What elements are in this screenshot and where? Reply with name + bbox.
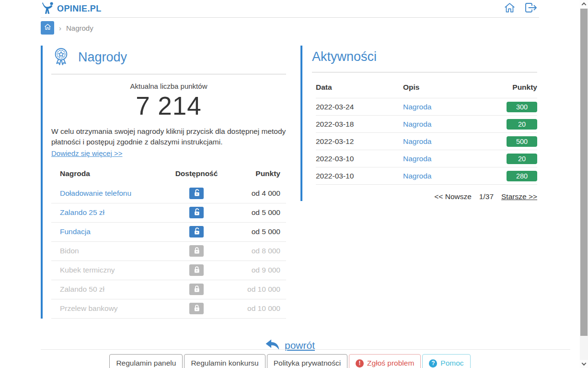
activity-link[interactable]: Nagroda	[403, 103, 484, 111]
reward-link[interactable]: Doładowanie telefonu	[60, 189, 163, 198]
activity-link[interactable]: Nagroda	[403, 154, 484, 163]
points-badge: 20	[507, 154, 537, 164]
table-row: Bidon od 8 000	[51, 242, 286, 261]
polityka-prywatnosci-button[interactable]: Polityka prywatności	[267, 354, 347, 368]
button-label: Regulamin konkursu	[191, 359, 258, 368]
rewards-panel-header: Nagrody	[51, 46, 286, 74]
back-arrow-icon[interactable]	[265, 339, 280, 353]
footer-buttons: Regulamin panelu Regulamin konkursu Poli…	[0, 354, 580, 368]
pagination-older[interactable]: Starsze >>	[501, 192, 537, 201]
points-badge: 500	[507, 136, 537, 147]
chevron-down-icon	[582, 361, 587, 366]
pomoc-button[interactable]: ? Pomoc	[422, 354, 470, 368]
unlock-icon	[192, 188, 201, 199]
breadcrumb: › Nagrody	[41, 21, 539, 35]
activity-link[interactable]: Nagroda	[403, 137, 484, 146]
table-row: Fundacja od 5 000	[51, 223, 286, 242]
unlock-button[interactable]	[189, 207, 204, 218]
exclamation-circle-icon: !	[356, 359, 364, 368]
reward-points: od 9 000	[230, 266, 280, 274]
question-circle-icon: ?	[429, 359, 437, 368]
table-row: Zalando 50 zł od 10 000	[51, 280, 286, 299]
reward-points: od 10 000	[230, 285, 280, 294]
rewards-panel: Nagrody Aktualna liczba punktów 7 214 W …	[41, 46, 286, 319]
table-row: 2022-03-24 Nagroda 300	[316, 98, 537, 116]
regulamin-panelu-button[interactable]: Regulamin panelu	[109, 354, 183, 368]
reward-points: od 5 000	[230, 208, 280, 217]
lock-icon	[192, 265, 201, 275]
button-label: Zgłoś problem	[367, 359, 414, 368]
logo-person-icon	[41, 1, 55, 16]
reward-name: Przelew bankowy	[60, 304, 163, 313]
logo: OPINIE.PL	[41, 1, 102, 16]
points-caption: Aktualna liczba punktów	[51, 82, 286, 90]
activities-table-header: Data Opis Punkty	[316, 83, 537, 98]
unlock-icon	[192, 226, 201, 237]
column-header-data: Data	[316, 83, 403, 92]
button-label: Regulamin panelu	[116, 359, 176, 368]
unlock-button[interactable]	[189, 188, 204, 199]
reward-name: Kubek termiczny	[60, 266, 163, 274]
table-row: 2022-03-18 Nagroda 20	[316, 116, 537, 133]
button-label: Polityka prywatności	[274, 359, 341, 368]
activity-link[interactable]: Nagroda	[403, 172, 484, 180]
top-bar: OPINIE.PL	[41, 0, 539, 18]
home-icon[interactable]	[503, 1, 516, 16]
button-label: Pomoc	[440, 359, 463, 368]
back: powrót	[41, 339, 539, 353]
pagination: << Nowsze 1/37 Starsze >>	[312, 192, 537, 201]
scrollbar-down-button[interactable]	[580, 360, 588, 368]
column-header-punkty: Punkty	[230, 169, 280, 178]
activities-table: Data Opis Punkty 2022-03-24 Nagroda 300 …	[312, 83, 537, 185]
breadcrumb-home-button[interactable]	[41, 21, 54, 35]
reward-points: od 10 000	[230, 304, 280, 313]
points-badge: 20	[507, 119, 537, 130]
lock-button	[189, 284, 204, 295]
activity-date: 2022-03-18	[316, 120, 403, 129]
regulamin-konkursu-button[interactable]: Regulamin konkursu	[184, 354, 265, 368]
activities-panel-header: Aktywności	[312, 46, 537, 72]
logout-icon[interactable]	[524, 1, 538, 16]
lock-button	[189, 245, 204, 257]
pagination-newer[interactable]: << Nowsze	[434, 192, 472, 201]
learn-more-link[interactable]: Dowiedz się więcej >>	[51, 149, 122, 157]
activity-date: 2022-03-12	[316, 137, 403, 146]
column-header-punkty: Punkty	[484, 83, 537, 92]
scrollbar[interactable]	[580, 0, 588, 368]
page: OPINIE.PL	[41, 0, 539, 353]
reward-link[interactable]: Fundacja	[60, 227, 163, 236]
reward-name: Zalando 50 zł	[60, 285, 163, 294]
points-badge: 280	[507, 171, 537, 181]
unlock-icon	[192, 207, 201, 218]
lock-button	[189, 303, 204, 314]
activity-date: 2022-03-24	[316, 103, 403, 111]
column-header-opis: Opis	[403, 83, 484, 92]
rewards-instructions: W celu otrzymania swojej nagrody kliknij…	[51, 126, 286, 148]
activity-link[interactable]: Nagroda	[403, 120, 484, 129]
scrollbar-thumb[interactable]	[580, 9, 588, 336]
chevron-up-icon	[582, 2, 587, 7]
logo-text: OPINIE.PL	[57, 4, 102, 14]
rewards-title: Nagrody	[78, 50, 127, 65]
scrollbar-up-button[interactable]	[580, 0, 588, 8]
lock-icon	[192, 303, 201, 314]
points-badge: 300	[507, 102, 537, 112]
activity-date: 2022-03-10	[316, 154, 403, 163]
table-row: 2022-03-10 Nagroda 20	[316, 150, 537, 167]
rewards-table-header: Nagroda Dostępność Punkty	[51, 166, 286, 184]
top-icons	[503, 1, 539, 16]
column-header-dostepnosc: Dostępność	[163, 169, 230, 178]
zglos-problem-button[interactable]: ! Zgłoś problem	[349, 354, 421, 368]
table-row: 2022-03-12 Nagroda 500	[316, 133, 537, 150]
footer-divider	[41, 349, 570, 350]
reward-link[interactable]: Zalando 25 zł	[60, 208, 163, 217]
unlock-button[interactable]	[189, 226, 204, 237]
column-header-nagroda: Nagroda	[60, 169, 163, 178]
reward-name: Bidon	[60, 247, 163, 255]
activity-date: 2022-03-10	[316, 172, 403, 180]
lock-button	[189, 264, 204, 276]
breadcrumb-separator: ›	[59, 24, 61, 32]
table-row: Zalando 25 zł od 5 000	[51, 203, 286, 223]
home-icon	[44, 23, 52, 33]
table-row: 2022-03-10 Nagroda 280	[316, 167, 537, 185]
